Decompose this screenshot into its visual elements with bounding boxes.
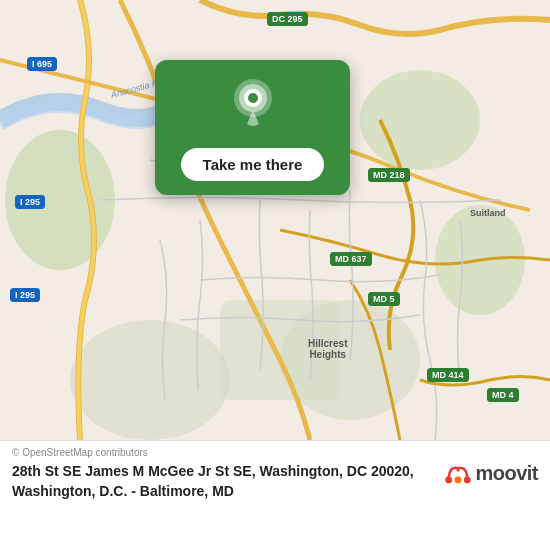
osm-attribution: © OpenStreetMap contributors bbox=[12, 447, 538, 458]
moovit-icon-svg bbox=[445, 463, 471, 485]
moovit-brand-text: moovit bbox=[475, 462, 538, 485]
svg-point-10 bbox=[248, 93, 258, 103]
badge-i695: I 695 bbox=[27, 57, 57, 71]
location-card: Take me there bbox=[155, 60, 350, 195]
moovit-logo: moovit bbox=[445, 462, 538, 485]
badge-i295-bot: I 295 bbox=[10, 288, 40, 302]
map-container: I 695 DC 295 I 295 I 295 MD 218 MD 637 M… bbox=[0, 0, 550, 440]
place-suitland: Suitland bbox=[470, 208, 506, 218]
pin-icon bbox=[231, 78, 275, 132]
pin-icon-container bbox=[231, 78, 275, 136]
address-line: 28th St SE James M McGee Jr St SE, Washi… bbox=[12, 462, 435, 501]
svg-point-2 bbox=[360, 70, 480, 170]
svg-point-5 bbox=[70, 320, 230, 440]
osm-text: © OpenStreetMap contributors bbox=[12, 447, 148, 458]
badge-dc295-top: DC 295 bbox=[267, 12, 308, 26]
take-me-there-button[interactable]: Take me there bbox=[181, 148, 325, 181]
badge-i295-mid: I 295 bbox=[15, 195, 45, 209]
place-hillcrest: HillcrestHeights bbox=[308, 338, 347, 360]
svg-point-12 bbox=[455, 476, 462, 483]
badge-md5: MD 5 bbox=[368, 292, 400, 306]
info-bar: © OpenStreetMap contributors 28th St SE … bbox=[0, 440, 550, 550]
badge-md414: MD 414 bbox=[427, 368, 469, 382]
badge-md637: MD 637 bbox=[330, 252, 372, 266]
badge-md4: MD 4 bbox=[487, 388, 519, 402]
badge-md218: MD 218 bbox=[368, 168, 410, 182]
